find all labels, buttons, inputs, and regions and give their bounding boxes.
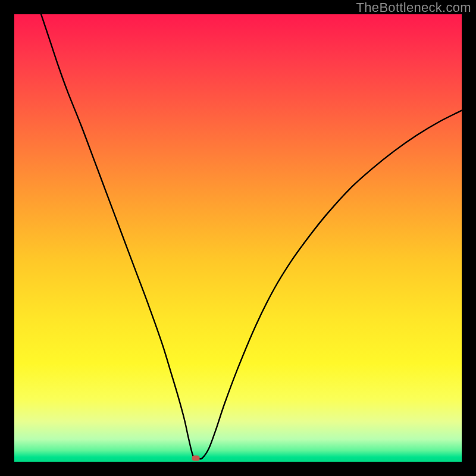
attribution-watermark: TheBottleneck.com [356,0,471,15]
optimal-point-marker [192,455,199,461]
bottleneck-curve [14,14,462,462]
plot-area [14,14,462,462]
chart-frame: TheBottleneck.com [0,0,476,476]
